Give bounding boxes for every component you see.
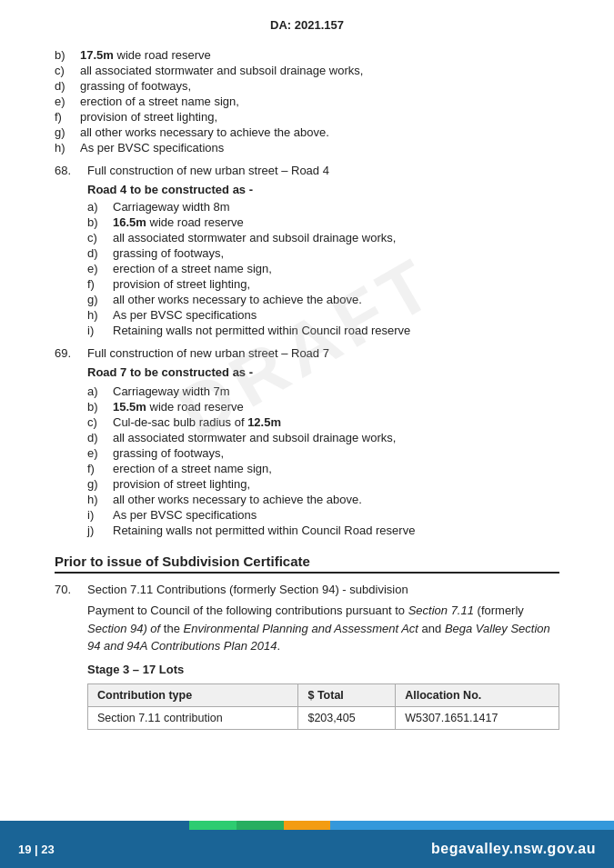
item-label: Full construction of new urban street – … [87, 164, 559, 177]
item-text: 17.5m wide road reserve [80, 48, 559, 62]
list-item: c) all associated stormwater and subsoil… [55, 64, 559, 77]
list-item: h) all other works necessary to achieve … [87, 493, 559, 506]
list-item: d) grassing of footways, [87, 246, 559, 260]
contribution-table: Contribution type $ Total Allocation No.… [87, 683, 559, 730]
table-header-row: Contribution type $ Total Allocation No. [88, 683, 559, 706]
list-item: j) Retaining walls not permitted within … [87, 524, 559, 537]
item-letter: c) [55, 64, 80, 77]
item-letter: e) [55, 95, 80, 108]
color-bar [0, 821, 614, 830]
item-label: Full construction of new urban street – … [87, 346, 559, 360]
alpha-list-top: b) 17.5m wide road reserve c) all associ… [55, 48, 559, 155]
item-text: erection of a street name sign, [80, 95, 559, 108]
list-item: g) all other works necessary to achieve … [87, 293, 559, 306]
numbered-item-68: 68. Full construction of new urban stree… [55, 164, 559, 177]
page-number: 19 | 23 [18, 843, 55, 856]
color-bar-green2 [237, 821, 284, 830]
list-item: f) erection of a street name sign, [87, 462, 559, 475]
item-letter: h) [55, 141, 80, 155]
list-item: e) grassing of footways, [87, 446, 559, 460]
list-item: b) 15.5m wide road reserve [87, 400, 559, 414]
list-item: g) provision of street lighting, [87, 477, 559, 491]
item-70-body: Payment to Council of the following cont… [55, 602, 559, 730]
item-number: 68. [55, 164, 87, 177]
list-item: i) Retaining walls not permitted within … [87, 324, 559, 337]
col-header-type: Contribution type [88, 683, 298, 706]
cell-type: Section 7.11 contribution [88, 706, 298, 729]
numbered-item-69: 69. Full construction of new urban stree… [55, 346, 559, 360]
item-text: grassing of footways, [80, 79, 559, 93]
item-68-section: 68. Full construction of new urban stree… [55, 164, 559, 337]
item-letter: g) [55, 125, 80, 139]
item-text: all other works necessary to achieve the… [80, 125, 559, 139]
section-heading-subdivision: Prior to issue of Subdivision Certificat… [55, 554, 559, 574]
numbered-item-70: 70. Section 7.11 Contributions (formerly… [55, 583, 559, 596]
item-number: 69. [55, 346, 87, 360]
item-number: 70. [55, 583, 87, 596]
top-list: b) 17.5m wide road reserve c) all associ… [55, 48, 559, 155]
stage-label: Stage 3 – 17 Lots [87, 663, 559, 676]
page-footer: 19 | 23 begavalley.nsw.gov.au [0, 821, 614, 868]
page: DRAFT DA: 2021.157 b) 17.5m wide road re… [0, 0, 614, 868]
item-letter: b) [55, 48, 80, 62]
item-text: provision of street lighting, [80, 110, 559, 124]
list-item: c) all associated stormwater and subsoil… [87, 231, 559, 244]
list-item: g) all other works necessary to achieve … [55, 125, 559, 139]
item-text: all associated stormwater and subsoil dr… [80, 64, 559, 77]
list-item: d) grassing of footways, [55, 79, 559, 93]
item-70-section: 70. Section 7.11 Contributions (formerly… [55, 583, 559, 730]
color-bar-lightblue [330, 821, 614, 830]
road7-list: a) Carriageway width 7m b) 15.5m wide ro… [87, 384, 559, 537]
item-text: As per BVSC specifications [80, 141, 559, 155]
list-item: b) 16.5m wide road reserve [87, 215, 559, 229]
footer-website: begavalley.nsw.gov.au [431, 841, 596, 857]
list-item: e) erection of a street name sign, [55, 95, 559, 108]
page-header: DA: 2021.157 [55, 18, 559, 32]
item-letter: d) [55, 79, 80, 93]
table-row: Section 7.11 contribution $203,405 W5307… [88, 706, 559, 729]
list-item: e) erection of a street name sign, [87, 262, 559, 275]
list-item: d) all associated stormwater and subsoil… [87, 431, 559, 444]
road-label-7: Road 7 to be constructed as - [87, 365, 559, 379]
color-bar-green1 [189, 821, 237, 830]
item-letter: f) [55, 110, 80, 124]
item-label: Section 7.11 Contributions (formerly Sec… [87, 583, 559, 596]
color-bar-blue [0, 821, 189, 830]
cell-allocation: W5307.1651.1417 [396, 706, 559, 729]
col-header-total: $ Total [298, 683, 396, 706]
list-item: h) As per BVSC specifications [87, 308, 559, 322]
road4-list: a) Carriageway width 8m b) 16.5m wide ro… [87, 200, 559, 337]
item-69-section: 69. Full construction of new urban stree… [55, 346, 559, 537]
list-item: h) As per BVSC specifications [55, 141, 559, 155]
list-item: f) provision of street lighting, [55, 110, 559, 124]
list-item: c) Cul-de-sac bulb radius of 12.5m [87, 415, 559, 429]
cell-total: $203,405 [298, 706, 396, 729]
list-item: a) Carriageway width 8m [87, 200, 559, 214]
color-bar-orange [284, 821, 331, 830]
document-title: DA: 2021.157 [270, 18, 344, 32]
road-label-4: Road 4 to be constructed as - [87, 183, 559, 196]
item-68-body: Road 4 to be constructed as - a) Carriag… [55, 183, 559, 337]
payment-text: Payment to Council of the following cont… [87, 602, 559, 655]
list-item: b) 17.5m wide road reserve [55, 48, 559, 62]
list-item: a) Carriageway width 7m [87, 384, 559, 398]
footer-bottom: 19 | 23 begavalley.nsw.gov.au [0, 830, 614, 868]
list-item: i) As per BVSC specifications [87, 508, 559, 522]
item-69-body: Road 7 to be constructed as - a) Carriag… [55, 365, 559, 537]
list-item: f) provision of street lighting, [87, 277, 559, 291]
col-header-allocation: Allocation No. [396, 683, 559, 706]
